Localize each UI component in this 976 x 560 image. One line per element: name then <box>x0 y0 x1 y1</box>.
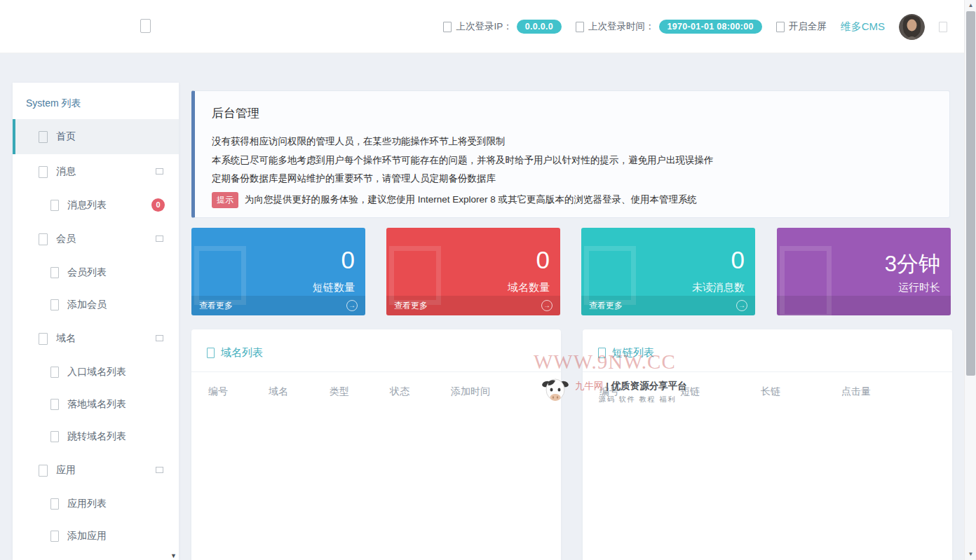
panel-title: 短链列表 <box>612 346 654 360</box>
sidebar-item-app-list[interactable]: 应用列表 <box>13 488 179 520</box>
header-dropdown-icon[interactable] <box>939 22 947 32</box>
collapse-indicator-icon[interactable] <box>156 467 163 473</box>
view-more-label: 查看更多 <box>394 300 428 312</box>
welcome-line: 定期备份数据库是网站维护的重要环节，请管理人员定期备份数据库 <box>212 170 933 189</box>
sidebar-item-label: 跳转域名列表 <box>67 430 126 443</box>
collapse-indicator-icon[interactable] <box>156 335 163 341</box>
stat-label: 短链数量 <box>313 281 355 294</box>
sidebar-item-member-list[interactable]: 会员列表 <box>13 257 179 289</box>
sidebar-item-add-app[interactable]: 添加应用 <box>13 520 179 552</box>
message-icon <box>39 166 48 178</box>
unread-count-badge: 0 <box>151 198 165 212</box>
view-more-label: 查看更多 <box>199 300 233 312</box>
domain-list-title-row: 域名列表 <box>191 329 561 360</box>
column-header: 类型 <box>330 385 390 398</box>
scroll-down-icon[interactable]: ▼ <box>965 549 976 560</box>
last-login-ip-label: 上次登录IP： <box>456 20 512 33</box>
stat-label: 域名数量 <box>508 281 550 294</box>
stat-card-domains: 0 域名数量 查看更多 → <box>386 228 560 315</box>
globe-icon <box>39 333 48 345</box>
scroll-up-icon[interactable]: ▲ <box>965 0 976 11</box>
card-footer <box>777 296 951 315</box>
collapse-indicator-icon[interactable] <box>156 168 163 175</box>
sidebar-item-label: 应用 <box>56 464 76 477</box>
sidebar-item-domains[interactable]: 域名 <box>13 321 179 356</box>
sidebar-scroll-down-icon[interactable]: ▼ <box>170 552 177 559</box>
stat-card-unread-messages: 0 未读消息数 查看更多 → <box>581 228 755 315</box>
fullscreen-label: 开启全屏 <box>789 20 827 33</box>
arrow-circle-icon[interactable]: → <box>541 300 553 311</box>
view-more-link[interactable]: 查看更多 → <box>386 296 560 315</box>
sidebar-item-label: 落地域名列表 <box>67 398 126 411</box>
fullscreen-button[interactable]: 开启全屏 <box>776 20 827 33</box>
stat-value: 3分钟 <box>885 250 940 279</box>
welcome-line: 没有获得相应访问权限的管理人员，在某些功能操作环节上将受到限制 <box>212 132 933 151</box>
sidebar-item-landing-domain-list[interactable]: 落地域名列表 <box>13 388 179 421</box>
panel-title: 域名列表 <box>221 346 263 360</box>
column-header: 短链 <box>680 385 761 398</box>
column-header: 状态 <box>390 385 451 398</box>
stat-card-uptime: 3分钟 运行时长 <box>777 228 951 315</box>
sidebar-item-home[interactable]: 首页 <box>13 119 179 154</box>
table-icon <box>207 348 215 358</box>
last-login-time: 上次登录时间： 1970-01-01 08:00:00 <box>576 20 762 34</box>
column-header: 编号 <box>208 385 269 398</box>
app-icon <box>39 465 48 477</box>
list-icon <box>50 399 59 410</box>
short-link-list-panel: 短链列表 编号 短链 长链 点击量 <box>583 329 952 560</box>
collapse-indicator-icon[interactable] <box>156 235 163 242</box>
arrow-circle-icon[interactable]: → <box>346 300 358 311</box>
stat-label: 运行时长 <box>898 281 940 294</box>
tip-row: 提示 为向您提供更好的服务体验，建议您使用 Internet Explorer … <box>212 192 933 208</box>
brand-link[interactable]: 维多CMS <box>841 20 885 34</box>
sidebar-item-message-list[interactable]: 消息列表 0 <box>13 189 179 221</box>
stat-value: 0 <box>536 246 550 274</box>
ip-icon <box>443 22 452 32</box>
view-more-link[interactable]: 查看更多 → <box>191 296 365 315</box>
menu-toggle-icon[interactable] <box>140 19 151 33</box>
add-icon <box>50 531 59 542</box>
clock-icon <box>576 22 584 32</box>
short-link-list-title-row: 短链列表 <box>583 329 952 360</box>
list-icon <box>50 200 59 211</box>
home-icon <box>39 131 48 143</box>
sidebar-item-apps[interactable]: 应用 <box>13 453 179 488</box>
avatar[interactable] <box>899 14 925 40</box>
short-link-table-header: 编号 短链 长链 点击量 <box>583 372 952 398</box>
column-header: 域名 <box>269 385 330 398</box>
page-scrollbar[interactable]: ▲ ▼ <box>964 0 976 560</box>
view-more-link[interactable]: 查看更多 → <box>581 296 755 315</box>
last-login-time-badge: 1970-01-01 08:00:00 <box>659 20 762 34</box>
domain-table-header: 编号 域名 类型 状态 添加时间 <box>191 372 561 398</box>
sidebar-item-label: 消息 <box>56 165 76 178</box>
sidebar-title: System 列表 <box>13 83 179 119</box>
stat-card-short-links: 0 短链数量 查看更多 → <box>191 228 365 315</box>
fullscreen-icon <box>776 22 785 32</box>
arrow-circle-icon[interactable]: → <box>736 300 747 311</box>
welcome-panel: 后台管理 没有获得相应访问权限的管理人员，在某些功能操作环节上将受到限制 本系统… <box>191 90 950 218</box>
sidebar-item-label: 添加会员 <box>67 299 107 311</box>
page-title: 后台管理 <box>212 105 933 121</box>
stat-value: 0 <box>341 246 355 274</box>
column-header: 编号 <box>599 385 680 398</box>
avatar-photo <box>899 14 925 40</box>
domain-list-panel: 域名列表 编号 域名 类型 状态 添加时间 <box>191 329 561 560</box>
sidebar-item-label: 入口域名列表 <box>67 366 126 378</box>
column-header: 点击量 <box>841 385 871 398</box>
add-icon <box>50 299 59 310</box>
list-icon <box>50 367 59 378</box>
scrollbar-thumb[interactable] <box>966 11 975 376</box>
sidebar-item-entry-domain-list[interactable]: 入口域名列表 <box>13 356 179 388</box>
sidebar-item-redirect-domain-list[interactable]: 跳转域名列表 <box>13 421 179 453</box>
column-header: 添加时间 <box>451 385 490 398</box>
welcome-line: 本系统已尽可能多地考虑到用户每个操作环节可能存在的问题，并将及时给予用户以针对性… <box>212 151 933 170</box>
sidebar-item-messages[interactable]: 消息 <box>13 154 179 189</box>
sidebar-item-label: 消息列表 <box>67 199 107 212</box>
sidebar-item-label: 添加应用 <box>67 530 107 542</box>
tip-text: 为向您提供更好的服务体验，建议您使用 Internet Explorer 8 或… <box>245 193 697 206</box>
last-login-ip-badge: 0.0.0.0 <box>517 20 562 34</box>
sidebar-item-members[interactable]: 会员 <box>13 221 179 257</box>
stat-label: 未读消息数 <box>692 281 745 294</box>
sidebar-item-add-member[interactable]: 添加会员 <box>13 289 179 321</box>
table-icon <box>598 348 606 358</box>
